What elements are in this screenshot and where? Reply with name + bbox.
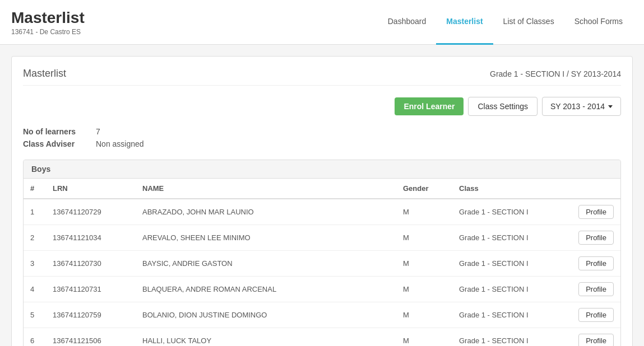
cell-gender: M xyxy=(396,251,452,277)
profile-button[interactable]: Profile xyxy=(578,282,614,296)
adviser-value: Non assigned xyxy=(96,139,144,148)
cell-num: 4 xyxy=(24,277,46,302)
learners-table-section: Boys # LRN NAME Gender Class 1 136741120… xyxy=(23,160,621,346)
header-left: Masterlist 136741 - De Castro ES xyxy=(11,9,85,36)
col-header-class: Class xyxy=(452,179,564,199)
cell-name: HALLI, LUCK TALOY xyxy=(136,328,396,347)
col-header-lrn: LRN xyxy=(46,179,136,199)
card-meta: Grade 1 - SECTION I / SY 2013-2014 xyxy=(490,69,621,78)
cell-action: Profile xyxy=(564,328,620,347)
col-header-gender: Gender xyxy=(396,179,452,199)
nav-list-of-classes[interactable]: List of Classes xyxy=(493,0,564,45)
card-title: Masterlist xyxy=(23,68,66,80)
cell-action: Profile xyxy=(564,277,620,302)
cell-lrn: 136741120730 xyxy=(46,251,136,277)
cell-name: BAYSIC, ANDRIE GASTON xyxy=(136,251,396,277)
cell-class: Grade 1 - SECTION I xyxy=(452,328,564,347)
cell-class: Grade 1 - SECTION I xyxy=(452,251,564,277)
class-settings-button[interactable]: Class Settings xyxy=(468,97,537,116)
masterlist-card: Masterlist Grade 1 - SECTION I / SY 2013… xyxy=(11,56,633,346)
info-section: No of learners 7 Class Adviser Non assig… xyxy=(23,127,621,148)
table-row: 4 136741120731 BLAQUERA, ANDRE ROMAN ARC… xyxy=(24,277,620,302)
sy-selector-button[interactable]: SY 2013 - 2014 xyxy=(542,97,621,116)
learners-row: No of learners 7 xyxy=(23,127,621,136)
cell-num: 5 xyxy=(24,302,46,328)
nav-masterlist[interactable]: Masterlist xyxy=(436,0,493,45)
table-row: 5 136741120759 BOLANIO, DION JUSTINE DOM… xyxy=(24,302,620,328)
table-row: 1 136741120729 ABRAZADO, JOHN MAR LAUNIO… xyxy=(24,199,620,225)
table-header-row: # LRN NAME Gender Class xyxy=(24,179,620,199)
cell-lrn: 136741120729 xyxy=(46,199,136,225)
sy-label: SY 2013 - 2014 xyxy=(550,102,605,111)
table-row: 3 136741120730 BAYSIC, ANDRIE GASTON M G… xyxy=(24,251,620,277)
cell-lrn: 136741120759 xyxy=(46,302,136,328)
col-header-name: NAME xyxy=(136,179,396,199)
cell-action: Profile xyxy=(564,199,620,225)
cell-gender: M xyxy=(396,199,452,225)
cell-lrn: 136741121034 xyxy=(46,225,136,251)
cell-gender: M xyxy=(396,225,452,251)
col-header-num: # xyxy=(24,179,46,199)
learners-value: 7 xyxy=(96,127,100,136)
profile-button[interactable]: Profile xyxy=(578,256,614,270)
table-row: 6 136741121506 HALLI, LUCK TALOY M Grade… xyxy=(24,328,620,347)
cell-class: Grade 1 - SECTION I xyxy=(452,225,564,251)
adviser-label: Class Adviser xyxy=(23,139,96,148)
toolbar: Enrol Learner Class Settings SY 2013 - 2… xyxy=(23,97,621,116)
cell-num: 3 xyxy=(24,251,46,277)
cell-gender: M xyxy=(396,277,452,302)
adviser-row: Class Adviser Non assigned xyxy=(23,139,621,148)
col-header-action xyxy=(564,179,620,199)
cell-action: Profile xyxy=(564,251,620,277)
cell-gender: M xyxy=(396,302,452,328)
school-subtitle: 136741 - De Castro ES xyxy=(11,28,85,36)
cell-lrn: 136741121506 xyxy=(46,328,136,347)
cell-name: AREVALO, SHEEN LEE MINIMO xyxy=(136,225,396,251)
cell-lrn: 136741120731 xyxy=(46,277,136,302)
profile-button[interactable]: Profile xyxy=(578,308,614,322)
learners-label: No of learners xyxy=(23,127,96,136)
profile-button[interactable]: Profile xyxy=(578,231,614,245)
cell-name: BOLANIO, DION JUSTINE DOMINGO xyxy=(136,302,396,328)
header: Masterlist 136741 - De Castro ES Dashboa… xyxy=(0,0,644,45)
table-row: 2 136741121034 AREVALO, SHEEN LEE MINIMO… xyxy=(24,225,620,251)
chevron-down-icon xyxy=(608,105,613,108)
profile-button[interactable]: Profile xyxy=(578,334,614,346)
enrol-learner-button[interactable]: Enrol Learner xyxy=(395,97,464,115)
group-header-boys: Boys xyxy=(24,160,620,179)
cell-gender: M xyxy=(396,328,452,347)
nav-dashboard[interactable]: Dashboard xyxy=(378,0,437,45)
main-content: Masterlist Grade 1 - SECTION I / SY 2013… xyxy=(0,45,644,346)
app-title: Masterlist xyxy=(11,9,85,27)
nav-school-forms[interactable]: School Forms xyxy=(564,0,633,45)
cell-class: Grade 1 - SECTION I xyxy=(452,302,564,328)
cell-action: Profile xyxy=(564,302,620,328)
learners-table: # LRN NAME Gender Class 1 136741120729 A… xyxy=(24,179,620,346)
cell-action: Profile xyxy=(564,225,620,251)
card-header: Masterlist Grade 1 - SECTION I / SY 2013… xyxy=(23,68,621,86)
cell-class: Grade 1 - SECTION I xyxy=(452,277,564,302)
cell-num: 1 xyxy=(24,199,46,225)
cell-num: 6 xyxy=(24,328,46,347)
cell-name: ABRAZADO, JOHN MAR LAUNIO xyxy=(136,199,396,225)
profile-button[interactable]: Profile xyxy=(578,205,614,219)
main-nav: Dashboard Masterlist List of Classes Sch… xyxy=(378,0,633,44)
cell-name: BLAQUERA, ANDRE ROMAN ARCENAL xyxy=(136,277,396,302)
cell-num: 2 xyxy=(24,225,46,251)
cell-class: Grade 1 - SECTION I xyxy=(452,199,564,225)
